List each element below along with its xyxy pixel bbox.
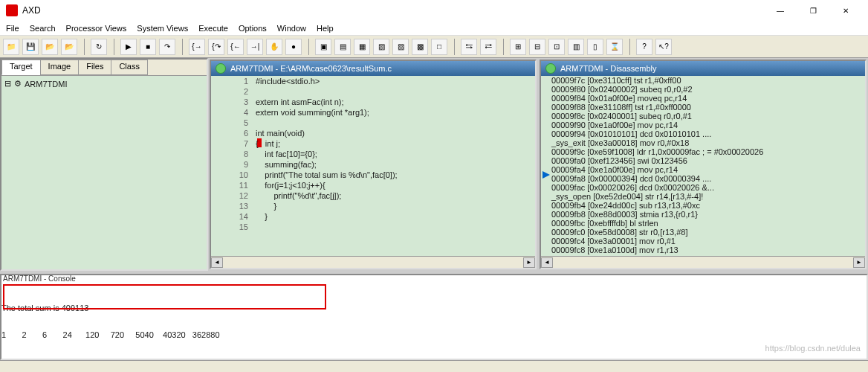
current-pc-arrow-icon [542,171,550,179]
tool-f-icon[interactable]: ▥ [568,39,584,55]
toolbar-separator [80,39,85,55]
tool-stop-icon[interactable]: ■ [140,39,156,55]
scroll-left-icon[interactable]: ◄ [541,257,553,268]
tool-b-icon[interactable]: ⮂ [480,39,496,55]
tool-run-icon[interactable]: ▶ [120,39,137,55]
line-number-gutter: 123456789101112131415 [211,76,256,256]
menu-execute[interactable]: Execute [198,24,228,33]
source-body[interactable]: 123456789101112131415 #include<stdio.h>e… [211,76,535,256]
tool-d-icon[interactable]: ⊟ [529,39,545,55]
tree-label: ARM7TDMI [25,80,67,89]
window-title: AXD [22,5,764,16]
toolbar-separator [305,39,309,55]
console-window: ARM7TDMI - Console The total sum is 4091… [0,274,868,360]
toolbar-separator [178,39,183,55]
tool-c-icon[interactable]: ⊞ [510,39,526,55]
menu-options[interactable]: Options [239,24,267,33]
disasm-title-bar[interactable]: ARM7TDMI - Disassembly [541,61,865,76]
maximize-button[interactable]: ❐ [797,0,829,21]
tab-image[interactable]: Image [40,60,80,75]
tab-class[interactable]: Class [111,60,148,75]
tool-help-icon[interactable]: ? [636,39,652,55]
target-tree[interactable]: ⊟ ⚙ ARM7TDMI [1,76,207,269]
scroll-right-icon[interactable]: ► [853,257,865,268]
toolbar-separator [110,39,114,55]
disassembly-window: ARM7TDMI - Disassembly 00009f7c [0xe3110… [540,60,867,269]
title-bar: AXD — ❐ ✕ [0,0,868,21]
tool-reload-icon[interactable]: ↻ [91,39,107,55]
console-line: 1 2 6 24 120 720 5040 40320 362880 [1,330,867,339]
expand-icon[interactable]: ⊟ [4,79,11,89]
tool-view4-icon[interactable]: ▧ [373,39,389,55]
tab-files[interactable]: Files [78,60,111,75]
watermark-text: https://blog.csdn.net/dulea [765,344,861,353]
tool-bp-icon[interactable]: ● [285,39,302,55]
tool-view3-icon[interactable]: ▦ [354,39,370,55]
disasm-body[interactable]: 00009f7c [0xe3110cff] tst r1,#0xff000000… [541,76,865,256]
toolbar: 📁 💾 📂 📂 ↻ ▶ ■ ↷ {→ {↷ {← →| ✋ ● ▣ ▤ ▦ ▧ … [0,36,868,58]
source-lines[interactable]: #include<stdio.h>extern int asmFac(int n… [256,76,535,256]
tool-stepover-icon[interactable]: {↷ [208,39,224,55]
tool-e-icon[interactable]: ⊡ [548,39,565,55]
menu-search[interactable]: Search [30,24,56,33]
tool-view6-icon[interactable]: ▩ [412,39,428,55]
toolbar-separator [626,39,630,55]
tool-open-icon[interactable]: 📁 [3,39,19,55]
source-title-bar[interactable]: ARM7TDMI - E:\ARM\case0623\resultSum.c [211,61,535,76]
source-window: ARM7TDMI - E:\ARM\case0623\resultSum.c 1… [210,60,537,269]
disasm-lines[interactable]: 00009f7c [0xe3110cff] tst r1,#0xff000000… [551,76,865,254]
main-area: Target Image Files Class ⊟ ⚙ ARM7TDMI AR… [0,58,868,271]
disasm-hscroll[interactable]: ◄ ► [541,256,865,268]
window-icon [216,63,226,74]
tool-stepinto-icon[interactable]: {→ [189,39,205,55]
scroll-right-icon[interactable]: ► [523,257,535,268]
menu-file[interactable]: File [6,24,19,33]
tool-save-icon[interactable]: 💾 [22,39,39,55]
tool-view7-icon[interactable]: □ [431,39,447,55]
tool-view1-icon[interactable]: ▣ [315,39,331,55]
tool-step-icon[interactable]: ↷ [159,39,175,55]
console-title: ARM7TDMI - Console [3,275,76,283]
close-button[interactable]: ✕ [829,0,862,21]
tool-a-icon[interactable]: ⮀ [461,39,477,55]
scroll-left-icon[interactable]: ◄ [211,257,223,268]
console-output[interactable]: The total sum is 409113 1 2 6 24 120 720… [1,275,867,357]
window-icon [545,63,556,74]
tool-view2-icon[interactable]: ▤ [334,39,351,55]
svg-marker-0 [542,171,550,179]
toolbar-separator [450,39,455,55]
tool-h-icon[interactable]: ⌛ [606,39,623,55]
menu-processor-views[interactable]: Processor Views [66,24,127,33]
toolbar-separator [499,39,504,55]
console-hscroll[interactable] [0,360,868,372]
disasm-window-title: ARM7TDMI - Disassembly [560,64,657,73]
sidebar: Target Image Files Class ⊟ ⚙ ARM7TDMI [0,58,208,271]
source-window-title: ARM7TDMI - E:\ARM\case0623\resultSum.c [230,64,392,73]
console-line: The total sum is 409113 [1,304,867,312]
menu-bar: File Search Processor Views System Views… [0,21,868,36]
menu-system-views[interactable]: System Views [137,24,188,33]
tool-view5-icon[interactable]: ▨ [392,39,409,55]
tool-context-help-icon[interactable]: ↖? [655,39,672,55]
tool-folder-icon[interactable]: 📂 [42,39,58,55]
tool-g-icon[interactable]: ▯ [587,39,603,55]
app-icon [6,4,18,16]
menu-help[interactable]: Help [317,24,334,33]
source-hscroll[interactable]: ◄ ► [211,256,535,268]
menu-window[interactable]: Window [277,24,306,33]
tool-stepout-icon[interactable]: {← [227,39,244,55]
tree-root[interactable]: ⊟ ⚙ ARM7TDMI [4,79,204,89]
tool-break-icon[interactable]: ✋ [266,39,282,55]
sidebar-tabs: Target Image Files Class [1,60,207,76]
minimize-button[interactable]: — [764,0,797,21]
tool-runto-icon[interactable]: →| [247,39,263,55]
tab-target[interactable]: Target [1,60,41,75]
chip-icon: ⚙ [14,79,22,89]
tool-folder2-icon[interactable]: 📂 [61,39,77,55]
